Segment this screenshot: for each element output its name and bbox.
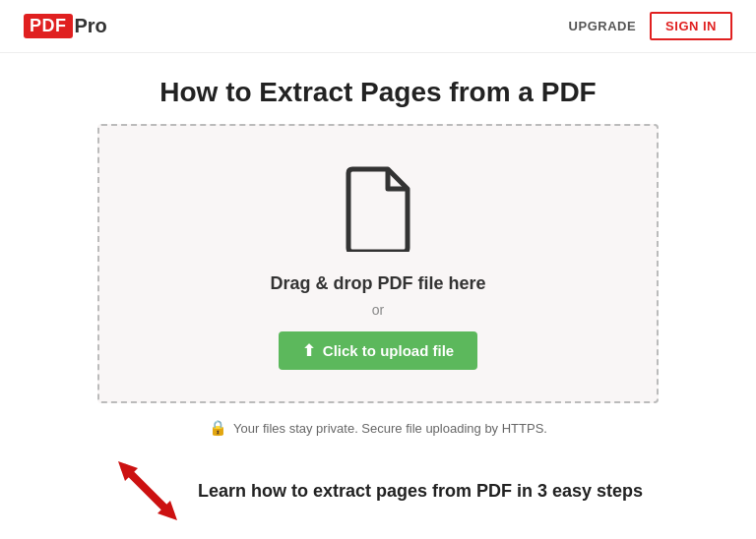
logo: PDF Pro: [24, 14, 107, 38]
header-actions: UPGRADE SIGN IN: [569, 12, 732, 40]
header: PDF Pro UPGRADE SIGN IN: [0, 0, 756, 53]
upload-dropzone[interactable]: Drag & drop PDF file here or ⬆ Click to …: [97, 124, 659, 403]
upload-button-label: Click to upload file: [323, 342, 454, 359]
logo-pro-text: Pro: [75, 15, 107, 37]
steps-title-row: Learn how to extract pages from PDF in 3…: [20, 456, 736, 525]
upgrade-link[interactable]: UPGRADE: [569, 19, 637, 33]
svg-line-2: [125, 468, 170, 513]
or-text: or: [372, 302, 384, 318]
logo-pdf-badge: PDF: [24, 14, 73, 38]
upload-button[interactable]: ⬆ Click to upload file: [279, 331, 477, 370]
lock-icon: 🔒: [209, 419, 227, 437]
arrow-icon: [113, 456, 182, 525]
steps-title: Learn how to extract pages from PDF in 3…: [198, 481, 643, 502]
signin-button[interactable]: SIGN IN: [650, 12, 732, 40]
drag-drop-text: Drag & drop PDF file here: [270, 273, 485, 294]
upload-icon: ⬆: [302, 341, 315, 360]
secure-message-row: 🔒 Your files stay private. Secure file u…: [0, 419, 756, 437]
secure-message-text: Your files stay private. Secure file upl…: [233, 421, 547, 436]
file-icon: [343, 165, 413, 256]
steps-section: Learn how to extract pages from PDF in 3…: [0, 456, 756, 539]
page-title: How to Extract Pages from a PDF: [0, 77, 756, 108]
